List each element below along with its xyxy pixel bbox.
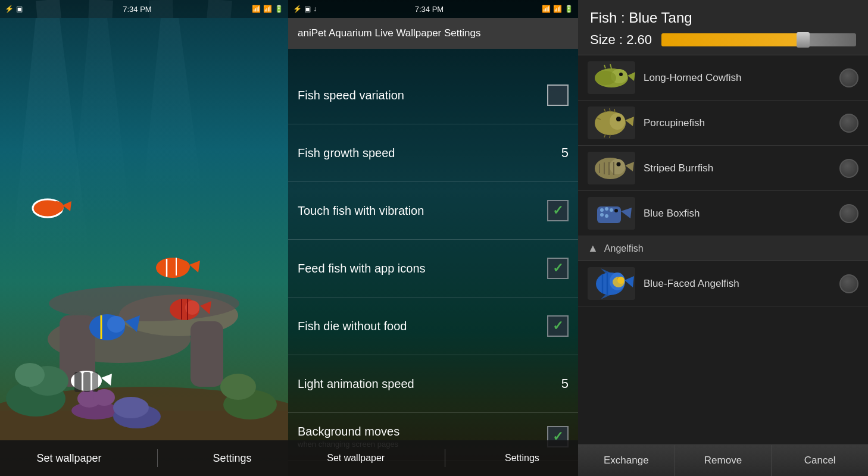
checkmark-2: ✓: [552, 261, 563, 276]
usb-icon-2: ⚡: [293, 5, 302, 13]
fish-title: Fish : Blue Tang: [590, 10, 856, 26]
settings-bottom: Set wallpaper Settings: [288, 440, 578, 476]
feed-fish-icons-checkbox[interactable]: ✓: [547, 258, 569, 279]
photo-icon: ▣: [16, 5, 23, 13]
touch-fish-vibration-label: Touch fish with vibration: [298, 204, 424, 218]
status-bar-1: ⚡ ▣ 7:34 PM 📶 📶 🔋: [0, 0, 288, 18]
bottom-bar-settings: Set wallpaper Settings: [288, 440, 578, 476]
exchange-button[interactable]: Exchange: [578, 445, 675, 476]
checkmark-1: ✓: [552, 203, 563, 218]
fish-speed-variation-item[interactable]: Fish speed variation: [288, 67, 578, 124]
fish-item-cowfish[interactable]: Long-Horned Cowfish: [578, 55, 868, 101]
svg-point-67: [617, 162, 621, 167]
fish-radio-angelfish[interactable]: [839, 274, 858, 293]
svg-rect-9: [191, 321, 223, 387]
status-icons-right-2: 📶 📶 🔋: [542, 5, 573, 13]
usb-icon: ⚡: [5, 5, 14, 13]
settings-header: aniPet Aquarium Live Wallpaper Settings: [288, 18, 578, 49]
fish-size-value: 2.60: [626, 32, 652, 47]
settings-panel: ⚡ ▣ ↓ 7:34 PM 📶 📶 🔋 aniPet Aquarium Live…: [288, 0, 578, 476]
svg-point-75: [614, 209, 618, 212]
fish-size-row: Size : 2.60: [590, 32, 856, 48]
fish-thumbnail-angelfish: [588, 267, 635, 300]
fish-item-porcupinefish[interactable]: Porcupinefish: [578, 101, 868, 146]
status-icons-left: ⚡ ▣: [5, 5, 23, 13]
section-arrow-icon: ▲: [588, 242, 598, 255]
fish-item-boxfish[interactable]: Blue Boxfish: [578, 191, 868, 236]
svg-point-13: [15, 363, 45, 387]
fish-growth-speed-item[interactable]: Fish growth speed 5: [288, 124, 578, 182]
fish-header: Fish : Blue Tang Size : 2.60: [578, 0, 868, 55]
fish-radio-boxfish[interactable]: [839, 204, 858, 223]
svg-line-62: [610, 134, 610, 138]
light-animation-label: Light animation speed: [298, 377, 414, 391]
set-wallpaper-button-1[interactable]: Set wallpaper: [18, 446, 119, 471]
settings-button-1[interactable]: Settings: [195, 446, 269, 471]
settings-button-2[interactable]: Settings: [487, 447, 557, 469]
angelfish-section-header[interactable]: ▲ Angelfish: [578, 236, 868, 261]
svg-line-59: [614, 109, 615, 112]
svg-point-20: [113, 397, 149, 418]
svg-point-77: [605, 207, 608, 211]
svg-line-58: [610, 108, 610, 112]
aquarium-panel: ⚡ ▣ 7:34 PM 📶 📶 🔋: [0, 0, 288, 476]
svg-rect-41: [83, 372, 90, 392]
fish-die-food-item[interactable]: Fish die without food ✓: [288, 298, 578, 355]
fish-list: Long-Horned Cowfish: [578, 55, 868, 444]
aquarium-scene: [0, 18, 288, 458]
set-wallpaper-button-2[interactable]: Set wallpaper: [309, 447, 402, 469]
fish-thumbnail-cowfish: [588, 61, 635, 94]
fish-name-burrfish: Striped Burrfish: [644, 162, 831, 174]
fish-item-burrfish[interactable]: Striped Burrfish: [578, 146, 868, 191]
svg-point-79: [605, 214, 608, 218]
fish-growth-speed-label: Fish growth speed: [298, 146, 395, 160]
download-icon: ↓: [313, 5, 317, 13]
fish-item-angelfish[interactable]: Blue-Faced Angelfish: [578, 261, 868, 306]
fish-name-angelfish: Blue-Faced Angelfish: [644, 278, 831, 290]
fish-die-food-checkbox[interactable]: ✓: [547, 315, 569, 337]
svg-rect-40: [74, 372, 82, 392]
fish-thumbnail-porcupine: [588, 107, 635, 139]
fish-speed-variation-checkbox[interactable]: [547, 84, 569, 106]
battery-icon: 🔋: [274, 5, 283, 13]
cancel-button[interactable]: Cancel: [772, 445, 868, 476]
svg-point-31: [107, 316, 125, 333]
svg-point-54: [610, 113, 625, 130]
photo-icon-2: ▣: [304, 5, 311, 13]
status-icons-right: 📶 📶 🔋: [252, 5, 283, 13]
fish-radio-burrfish[interactable]: [839, 159, 858, 178]
feed-fish-icons-item[interactable]: Feed fish with app icons ✓: [288, 240, 578, 298]
signal-icon-2: 📶: [553, 5, 562, 13]
light-animation-item[interactable]: Light animation speed 5: [288, 355, 578, 413]
touch-fish-vibration-checkbox[interactable]: ✓: [547, 200, 569, 221]
svg-point-48: [619, 73, 623, 76]
fish-thumbnail-boxfish: [588, 197, 635, 230]
status-time-1: 7:34 PM: [123, 5, 151, 14]
signal-icon: 📶: [263, 5, 272, 13]
fish-radio-cowfish[interactable]: [839, 68, 858, 87]
fish-thumbnail-burrfish: [588, 152, 635, 184]
svg-point-87: [617, 277, 625, 284]
fish-name-cowfish: Long-Horned Cowfish: [644, 72, 831, 84]
fish-die-food-label: Fish die without food: [298, 320, 407, 333]
svg-point-23: [49, 201, 64, 213]
fish-radio-porcupine[interactable]: [839, 114, 858, 133]
settings-title: aniPet Aquarium Live Wallpaper Settings: [298, 27, 480, 39]
background-moves-label: Background moves: [298, 425, 399, 439]
svg-point-65: [610, 159, 625, 174]
fish-size-thumb[interactable]: [797, 32, 810, 48]
fish-name-porcupine: Porcupinefish: [644, 117, 831, 129]
svg-point-51: [595, 71, 616, 85]
fish-name-boxfish: Blue Boxfish: [644, 208, 831, 220]
status-icons-left-2: ⚡ ▣ ↓: [293, 5, 317, 13]
fish-footer: Exchange Remove Cancel: [578, 444, 868, 476]
remove-button[interactable]: Remove: [675, 445, 772, 476]
touch-fish-vibration-item[interactable]: Touch fish with vibration ✓: [288, 182, 578, 240]
svg-point-76: [600, 208, 604, 212]
fish-size-slider[interactable]: [661, 33, 856, 46]
battery-icon-2: 🔋: [564, 5, 573, 13]
bottom-bar-1: Set wallpaper Settings: [0, 440, 288, 476]
svg-point-80: [610, 208, 613, 212]
wifi-icon: 📶: [252, 5, 261, 13]
svg-point-78: [600, 213, 604, 217]
